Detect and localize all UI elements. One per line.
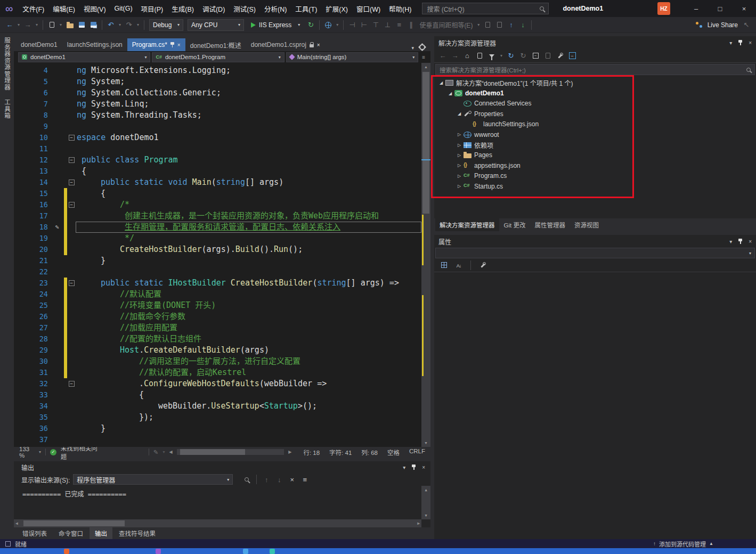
fold-collapse-icon[interactable]: − — [69, 202, 75, 208]
undo-icon[interactable]: ↶ — [105, 19, 116, 31]
menu-item[interactable]: Git(G) — [110, 0, 137, 17]
tree-item[interactable]: ▷C#Program.cs — [434, 171, 756, 181]
background-tasks-icon[interactable] — [5, 541, 11, 547]
expanded-arrow-icon[interactable]: ◢ — [446, 91, 454, 96]
menu-item[interactable]: 测试(S) — [229, 0, 260, 17]
tool-window-tab[interactable]: 解决方案资源管理器 — [435, 218, 499, 231]
code-line[interactable]: 5ng System; — [14, 76, 430, 87]
filter-caret-icon[interactable]: ▾ — [499, 50, 504, 62]
code-line[interactable]: 35}); — [14, 412, 430, 423]
code-line[interactable]: 22 — [14, 266, 430, 278]
menu-item[interactable]: 扩展(X) — [321, 0, 352, 17]
new-file-caret-icon[interactable]: ▾ — [58, 19, 63, 31]
code-line[interactable]: 34webBuilder.UseStartup<Startup>(); — [14, 401, 430, 412]
tree-item[interactable]: ▷C#Startup.cs — [434, 181, 756, 191]
code-line[interactable]: 21} — [14, 255, 430, 266]
align-right-edges-icon[interactable]: ⊢ — [359, 19, 369, 31]
browser-refresh-icon[interactable]: ↻ — [305, 19, 316, 31]
code-line[interactable]: 9 — [14, 121, 430, 132]
collapsed-arrow-icon[interactable]: ▷ — [455, 184, 464, 189]
output-horizontal-scrollbar[interactable]: ◀ ▶ — [14, 519, 421, 527]
expanded-arrow-icon[interactable]: ◢ — [455, 111, 464, 116]
home-icon[interactable]: ⌂ — [462, 50, 473, 62]
zoom-select[interactable]: 133 %▾ — [19, 446, 41, 459]
doc-tab[interactable]: donetDemo1 — [16, 38, 62, 51]
tool-window-tab[interactable]: 资源视图 — [570, 218, 603, 231]
properties-icon[interactable] — [555, 50, 565, 62]
scroll-up-icon[interactable]: ▲ — [421, 63, 430, 71]
tree-item[interactable]: Connected Services — [434, 99, 756, 109]
active-files-caret-icon[interactable]: ▾ — [411, 45, 414, 51]
menu-item[interactable]: 工具(T) — [291, 0, 321, 17]
filter-icon[interactable] — [486, 50, 497, 62]
forward-icon[interactable]: → — [22, 19, 33, 31]
equal-vertical-spacing-button[interactable]: 使垂直间距相等(E) — [417, 20, 475, 29]
minimize-button[interactable]: – — [684, 0, 708, 17]
caret-up-icon[interactable]: ▲ — [709, 541, 713, 546]
save-all-icon[interactable] — [88, 19, 99, 31]
code-line[interactable]: 13{ — [14, 166, 430, 177]
make-same-size-icon[interactable]: ≡ — [394, 19, 404, 31]
expanded-arrow-icon[interactable]: ◢ — [437, 80, 445, 85]
fold-collapse-icon[interactable]: − — [69, 135, 75, 141]
code-line[interactable]: 33{ — [14, 389, 430, 401]
live-share-button[interactable]: Live Share — [705, 21, 740, 29]
scrollbar-thumb[interactable] — [422, 72, 429, 214]
browser-link-caret-icon[interactable]: ▾ — [335, 19, 340, 31]
taskbar-app-icon-4[interactable] — [270, 549, 275, 554]
collapsed-arrow-icon[interactable]: ▷ — [455, 174, 464, 178]
add-to-source-control-button[interactable]: 添加到源代码管理 — [659, 540, 706, 548]
code-line[interactable]: 8ng System.Threading.Tasks; — [14, 110, 430, 121]
indent-mode[interactable]: 空格 — [387, 448, 400, 457]
code-line[interactable]: 6ng System.Collections.Generic; — [14, 87, 430, 99]
next-message-icon[interactable]: ↓ — [274, 474, 284, 485]
panel-tab[interactable]: 错误列表 — [17, 527, 52, 539]
side-tab[interactable]: 服务器资源管理器 — [3, 37, 11, 91]
back-icon[interactable]: ← — [437, 50, 448, 62]
tree-item[interactable]: ◢解决方案“donetDemo1”(1 个项目/共 1 个) — [434, 78, 756, 88]
start-debugging-button[interactable]: IIS Express▾ — [247, 19, 304, 31]
code-line[interactable]: 29Host.CreateDefaultBuilder(args) — [14, 345, 430, 356]
panel-splitter[interactable] — [430, 33, 434, 539]
doc-tab[interactable]: donetDemo1:概述 — [185, 38, 246, 51]
panel-tab[interactable]: 输出 — [90, 527, 112, 539]
previous-message-icon[interactable]: ↑ — [261, 474, 272, 485]
align-bottom-edges-icon[interactable]: ⊥ — [382, 19, 393, 31]
scroll-left-icon[interactable]: ◀ — [169, 450, 173, 454]
settings-gear-icon[interactable] — [419, 44, 425, 51]
collect-data-icon[interactable]: ↑ — [506, 19, 516, 31]
tree-item[interactable]: ▷wwwroot — [434, 129, 756, 140]
output-vertical-scrollbar[interactable]: ▲ ▼ — [421, 486, 430, 519]
undo-caret-icon[interactable]: ▾ — [117, 19, 123, 31]
close-icon[interactable]: × — [749, 239, 752, 245]
layout-tool-icon-2[interactable] — [494, 19, 505, 31]
menu-item[interactable]: 窗口(W) — [352, 0, 385, 17]
menu-item[interactable]: 帮助(H) — [385, 0, 416, 17]
send-feedback-icon[interactable]: ↖ — [741, 19, 752, 31]
eol-mode[interactable]: CRLF — [409, 448, 425, 457]
scrollbar-thumb[interactable] — [180, 449, 245, 455]
tree-item[interactable]: ▷{}appsettings.json — [434, 160, 756, 170]
scroll-right-icon[interactable]: ▶ — [288, 450, 291, 454]
tool-window-tab[interactable]: Git 更改 — [500, 218, 530, 231]
show-all-files-icon[interactable] — [542, 50, 553, 62]
tree-item[interactable]: ◢Properties — [434, 109, 756, 119]
back-caret-icon[interactable]: ▾ — [16, 19, 21, 31]
collapse-all-icon[interactable] — [530, 50, 541, 62]
solution-configuration-select[interactable]: Debug▾ — [149, 19, 183, 31]
categorized-icon[interactable] — [438, 259, 449, 271]
tree-item[interactable]: ▷依赖项 — [434, 140, 756, 150]
code-line[interactable]: 37 — [14, 434, 430, 445]
fold-collapse-icon[interactable]: − — [69, 280, 75, 286]
code-line[interactable]: 24//默认配置 — [14, 289, 430, 300]
tree-item[interactable]: ◢donetDemo1 — [434, 88, 756, 98]
pin-icon[interactable] — [170, 42, 174, 48]
project-dropdown[interactable]: donetDemo1 ▾ — [18, 52, 150, 62]
code-line[interactable]: 11 — [14, 143, 430, 154]
back-icon[interactable]: ← — [4, 19, 15, 31]
menu-item[interactable]: 编辑(E) — [48, 0, 79, 17]
code-line[interactable]: 23−public static IHostBuilder CreateHost… — [14, 278, 430, 289]
code-line[interactable]: 31//默认的配置，启动Kestrel — [14, 367, 430, 378]
redo-icon[interactable]: ↷ — [124, 19, 134, 31]
editor-vertical-scrollbar[interactable]: ▲ ▼ — [421, 63, 430, 447]
